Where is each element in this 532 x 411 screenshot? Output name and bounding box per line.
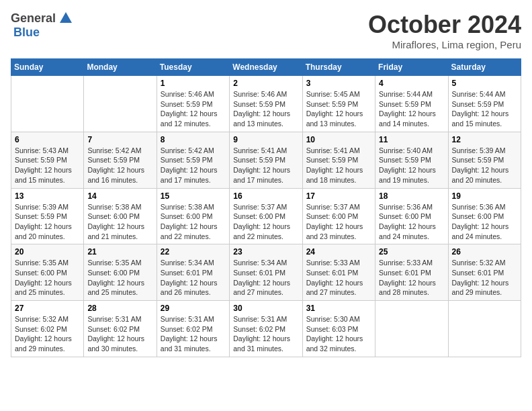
calendar-cell: 16Sunrise: 5:37 AM Sunset: 6:00 PM Dayli… xyxy=(230,188,302,244)
calendar-day-header: Saturday xyxy=(448,59,521,76)
day-number: 2 xyxy=(233,79,298,88)
day-info: Sunrise: 5:32 AM Sunset: 6:02 PM Dayligh… xyxy=(15,314,80,354)
day-info: Sunrise: 5:43 AM Sunset: 5:59 PM Dayligh… xyxy=(15,146,80,185)
calendar-cell: 11Sunrise: 5:40 AM Sunset: 5:59 PM Dayli… xyxy=(375,132,448,188)
calendar-header-row: SundayMondayTuesdayWednesdayThursdayFrid… xyxy=(11,59,521,76)
day-number: 31 xyxy=(306,304,371,313)
calendar-week-row: 20Sunrise: 5:35 AM Sunset: 6:00 PM Dayli… xyxy=(11,244,521,301)
calendar-cell: 29Sunrise: 5:31 AM Sunset: 6:02 PM Dayli… xyxy=(157,301,229,357)
day-info: Sunrise: 5:44 AM Sunset: 5:59 PM Dayligh… xyxy=(379,89,444,129)
calendar-day-header: Tuesday xyxy=(157,59,229,76)
calendar-cell: 30Sunrise: 5:31 AM Sunset: 6:02 PM Dayli… xyxy=(230,301,302,357)
day-info: Sunrise: 5:41 AM Sunset: 5:59 PM Dayligh… xyxy=(233,146,298,185)
day-number: 23 xyxy=(233,247,298,257)
title-area: October 2024 Miraflores, Lima region, Pe… xyxy=(368,11,521,50)
day-info: Sunrise: 5:35 AM Sunset: 6:00 PM Dayligh… xyxy=(87,258,152,298)
calendar-cell: 26Sunrise: 5:32 AM Sunset: 6:01 PM Dayli… xyxy=(448,244,521,301)
calendar-week-row: 13Sunrise: 5:39 AM Sunset: 5:59 PM Dayli… xyxy=(11,188,521,244)
day-info: Sunrise: 5:31 AM Sunset: 6:02 PM Dayligh… xyxy=(87,314,152,354)
calendar-subtitle: Miraflores, Lima region, Peru xyxy=(368,39,521,50)
day-info: Sunrise: 5:40 AM Sunset: 5:59 PM Dayligh… xyxy=(379,146,444,185)
day-info: Sunrise: 5:32 AM Sunset: 6:01 PM Dayligh… xyxy=(452,258,517,298)
day-number: 12 xyxy=(452,135,517,144)
logo-icon xyxy=(58,11,73,26)
logo-blue: Blue xyxy=(13,26,40,40)
calendar-cell: 13Sunrise: 5:39 AM Sunset: 5:59 PM Dayli… xyxy=(11,188,84,244)
day-number: 14 xyxy=(87,191,152,201)
calendar-cell: 20Sunrise: 5:35 AM Sunset: 6:00 PM Dayli… xyxy=(11,244,84,301)
calendar-title: October 2024 xyxy=(368,11,521,39)
header: General Blue October 2024 Miraflores, Li… xyxy=(11,11,521,50)
calendar-cell: 15Sunrise: 5:38 AM Sunset: 6:00 PM Dayli… xyxy=(157,188,229,244)
day-number: 24 xyxy=(306,247,371,257)
day-number: 5 xyxy=(452,79,517,88)
calendar-cell: 23Sunrise: 5:34 AM Sunset: 6:01 PM Dayli… xyxy=(230,244,302,301)
day-info: Sunrise: 5:31 AM Sunset: 6:02 PM Dayligh… xyxy=(233,314,298,354)
calendar-body: 1Sunrise: 5:46 AM Sunset: 5:59 PM Daylig… xyxy=(11,76,521,357)
calendar-cell: 10Sunrise: 5:41 AM Sunset: 5:59 PM Dayli… xyxy=(302,132,375,188)
calendar-cell: 25Sunrise: 5:33 AM Sunset: 6:01 PM Dayli… xyxy=(375,244,448,301)
day-number: 6 xyxy=(15,135,80,144)
calendar-cell: 18Sunrise: 5:36 AM Sunset: 6:00 PM Dayli… xyxy=(375,188,448,244)
day-info: Sunrise: 5:37 AM Sunset: 6:00 PM Dayligh… xyxy=(306,202,371,242)
day-info: Sunrise: 5:34 AM Sunset: 6:01 PM Dayligh… xyxy=(161,258,226,298)
calendar-cell: 21Sunrise: 5:35 AM Sunset: 6:00 PM Dayli… xyxy=(84,244,157,301)
day-number: 3 xyxy=(306,79,371,88)
day-number: 11 xyxy=(379,135,444,144)
day-number: 25 xyxy=(379,247,444,257)
calendar-cell: 22Sunrise: 5:34 AM Sunset: 6:01 PM Dayli… xyxy=(157,244,229,301)
calendar-cell: 31Sunrise: 5:30 AM Sunset: 6:03 PM Dayli… xyxy=(302,301,375,357)
day-number: 13 xyxy=(15,191,80,201)
day-number: 26 xyxy=(452,247,517,257)
calendar-cell: 2Sunrise: 5:46 AM Sunset: 5:59 PM Daylig… xyxy=(230,76,302,132)
calendar-table: SundayMondayTuesdayWednesdayThursdayFrid… xyxy=(11,58,521,357)
calendar-cell xyxy=(84,76,157,132)
day-info: Sunrise: 5:44 AM Sunset: 5:59 PM Dayligh… xyxy=(452,89,517,129)
day-number: 19 xyxy=(452,191,517,201)
calendar-cell: 1Sunrise: 5:46 AM Sunset: 5:59 PM Daylig… xyxy=(157,76,229,132)
svg-marker-0 xyxy=(60,12,72,23)
calendar-cell: 9Sunrise: 5:41 AM Sunset: 5:59 PM Daylig… xyxy=(230,132,302,188)
calendar-cell: 3Sunrise: 5:45 AM Sunset: 5:59 PM Daylig… xyxy=(302,76,375,132)
calendar-cell: 4Sunrise: 5:44 AM Sunset: 5:59 PM Daylig… xyxy=(375,76,448,132)
calendar-cell xyxy=(375,301,448,357)
calendar-cell: 28Sunrise: 5:31 AM Sunset: 6:02 PM Dayli… xyxy=(84,301,157,357)
day-info: Sunrise: 5:30 AM Sunset: 6:03 PM Dayligh… xyxy=(306,314,371,354)
calendar-day-header: Sunday xyxy=(11,59,84,76)
day-number: 8 xyxy=(161,135,226,144)
day-info: Sunrise: 5:36 AM Sunset: 6:00 PM Dayligh… xyxy=(452,202,517,242)
day-info: Sunrise: 5:31 AM Sunset: 6:02 PM Dayligh… xyxy=(161,314,226,354)
calendar-cell: 19Sunrise: 5:36 AM Sunset: 6:00 PM Dayli… xyxy=(448,188,521,244)
day-info: Sunrise: 5:42 AM Sunset: 5:59 PM Dayligh… xyxy=(87,146,152,185)
calendar-cell xyxy=(448,301,521,357)
day-number: 28 xyxy=(87,304,152,313)
day-info: Sunrise: 5:37 AM Sunset: 6:00 PM Dayligh… xyxy=(233,202,298,242)
day-info: Sunrise: 5:38 AM Sunset: 6:00 PM Dayligh… xyxy=(161,202,226,242)
day-number: 21 xyxy=(87,247,152,257)
day-info: Sunrise: 5:41 AM Sunset: 5:59 PM Dayligh… xyxy=(306,146,371,185)
day-info: Sunrise: 5:39 AM Sunset: 5:59 PM Dayligh… xyxy=(15,202,80,242)
calendar-day-header: Wednesday xyxy=(230,59,302,76)
day-info: Sunrise: 5:42 AM Sunset: 5:59 PM Dayligh… xyxy=(161,146,226,185)
calendar-cell: 24Sunrise: 5:33 AM Sunset: 6:01 PM Dayli… xyxy=(302,244,375,301)
day-number: 7 xyxy=(87,135,152,144)
calendar-day-header: Thursday xyxy=(302,59,375,76)
day-info: Sunrise: 5:35 AM Sunset: 6:00 PM Dayligh… xyxy=(15,258,80,298)
calendar-cell xyxy=(11,76,84,132)
day-number: 22 xyxy=(161,247,226,257)
calendar-cell: 27Sunrise: 5:32 AM Sunset: 6:02 PM Dayli… xyxy=(11,301,84,357)
day-info: Sunrise: 5:36 AM Sunset: 6:00 PM Dayligh… xyxy=(379,202,444,242)
calendar-cell: 17Sunrise: 5:37 AM Sunset: 6:00 PM Dayli… xyxy=(302,188,375,244)
day-number: 30 xyxy=(233,304,298,313)
day-number: 16 xyxy=(233,191,298,201)
day-number: 17 xyxy=(306,191,371,201)
calendar-cell: 6Sunrise: 5:43 AM Sunset: 5:59 PM Daylig… xyxy=(11,132,84,188)
day-number: 1 xyxy=(161,79,226,88)
day-number: 10 xyxy=(306,135,371,144)
day-number: 15 xyxy=(161,191,226,201)
calendar-day-header: Friday xyxy=(375,59,448,76)
day-info: Sunrise: 5:45 AM Sunset: 5:59 PM Dayligh… xyxy=(306,89,371,129)
day-number: 18 xyxy=(379,191,444,201)
logo: General Blue xyxy=(11,11,73,40)
calendar-cell: 7Sunrise: 5:42 AM Sunset: 5:59 PM Daylig… xyxy=(84,132,157,188)
